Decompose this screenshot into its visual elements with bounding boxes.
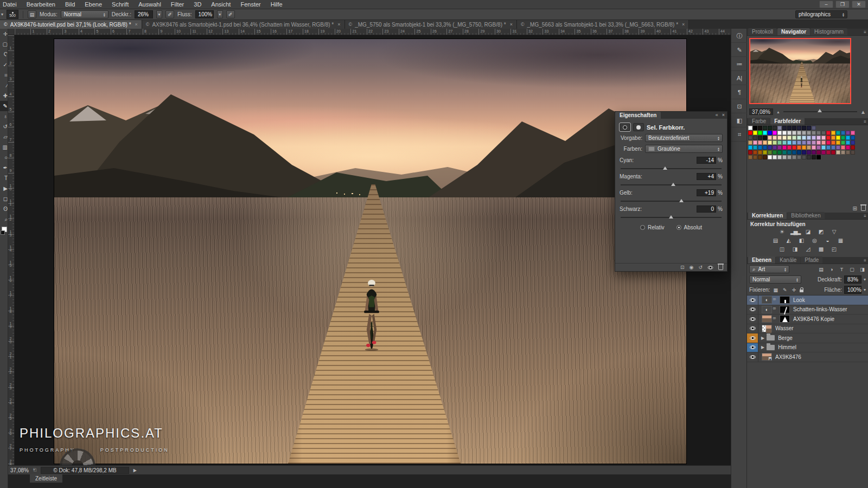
fill-dropdown-icon[interactable]: ▾ xyxy=(864,287,866,292)
layer-row-ax9k8476-kopie[interactable]: 8AX9K8476 Kopie xyxy=(747,314,868,324)
color-swatch[interactable] xyxy=(841,150,845,155)
radio-dot-icon[interactable] xyxy=(640,225,645,230)
color-swatch[interactable] xyxy=(851,136,855,140)
restore-button[interactable]: ❐ xyxy=(835,1,850,8)
layer-visibility-cell[interactable] xyxy=(747,324,758,333)
color-swatch[interactable] xyxy=(787,145,792,150)
color-swatch[interactable] xyxy=(753,140,757,145)
character-icon[interactable]: A| xyxy=(731,71,748,85)
panel-tab-korrekturen[interactable]: Korrekturen xyxy=(748,212,787,219)
toggle-brush-panel-icon[interactable]: ▤ xyxy=(28,10,36,18)
lock-pixels-icon[interactable]: ✎ xyxy=(781,287,788,293)
clone-stamp-tool[interactable]: ♁ xyxy=(0,111,8,121)
color-swatch[interactable] xyxy=(792,150,796,155)
panel-tab-protokoll[interactable]: Protokoll xyxy=(748,28,777,35)
visibility-eye-icon[interactable] xyxy=(750,298,756,302)
visibility-eye-icon[interactable] xyxy=(750,326,756,330)
vibrance-icon[interactable]: ▽ xyxy=(829,228,838,235)
layer-row-himmel[interactable]: ▶Himmel xyxy=(747,343,868,353)
info-icon[interactable]: ⓘ xyxy=(731,29,748,43)
link-mask-icon[interactable]: 8 xyxy=(772,298,777,302)
color-swatch[interactable] xyxy=(758,131,762,135)
color-swatch[interactable] xyxy=(777,126,782,130)
color-swatch[interactable] xyxy=(787,126,792,130)
delete-swatch-icon[interactable] xyxy=(861,206,866,211)
brush-settings-icon[interactable]: ✎ xyxy=(731,43,748,57)
exposure-icon[interactable]: ◩ xyxy=(816,228,825,235)
color-swatch[interactable] xyxy=(787,150,792,155)
view-previous-state-icon[interactable]: ◉ xyxy=(690,265,694,270)
zoom-out-icon[interactable]: ▲ xyxy=(776,110,780,114)
close-tab-icon[interactable]: × xyxy=(510,22,513,27)
color-swatch[interactable] xyxy=(812,140,816,145)
ruler-corner[interactable] xyxy=(8,29,15,35)
color-swatch[interactable] xyxy=(763,140,767,145)
color-swatch[interactable] xyxy=(758,155,762,159)
color-swatch[interactable] xyxy=(777,150,782,155)
color-swatch[interactable] xyxy=(816,140,821,145)
color-swatch[interactable] xyxy=(841,145,845,150)
color-swatch[interactable] xyxy=(821,140,826,145)
color-swatch[interactable] xyxy=(797,126,801,130)
color-swatch[interactable] xyxy=(807,145,811,150)
layer-visibility-cell[interactable] xyxy=(747,296,758,305)
color-swatch[interactable] xyxy=(831,145,835,150)
color-swatch[interactable] xyxy=(758,136,762,140)
menu-hilfe[interactable]: Hilfe xyxy=(266,0,288,9)
flow-value[interactable]: 100% xyxy=(195,10,214,18)
color-swatch[interactable] xyxy=(792,155,796,159)
color-swatch[interactable] xyxy=(792,140,796,145)
close-tab-icon[interactable]: × xyxy=(337,22,340,27)
ruler-left[interactable]: 1234567891011121314151617181920212223242… xyxy=(8,35,15,465)
link-mask-icon[interactable]: 8 xyxy=(772,317,777,321)
marquee-tool[interactable]: ▢ xyxy=(0,39,8,49)
layer-fill-value[interactable]: 100% xyxy=(844,286,861,294)
color-swatch[interactable] xyxy=(753,145,757,150)
color-swatch[interactable] xyxy=(802,136,806,140)
shape-tool[interactable]: ◻ xyxy=(0,194,8,204)
layer-row-look[interactable]: ◐8Look xyxy=(747,296,868,305)
color-swatch[interactable] xyxy=(826,140,831,145)
panel-tab-bibliotheken[interactable]: Bibliotheken xyxy=(787,212,824,219)
opacity-dropdown-icon[interactable]: ▾ xyxy=(864,277,866,282)
status-play-icon[interactable]: ▶ xyxy=(133,468,137,473)
slider-thumb[interactable] xyxy=(679,199,684,202)
color-swatch[interactable] xyxy=(753,126,757,130)
color-swatch[interactable] xyxy=(812,155,816,159)
document-tab[interactable]: ©AX9K8476 als Smartobjekt-1.psd bei 36,4… xyxy=(142,20,345,29)
color-swatch[interactable] xyxy=(802,140,806,145)
tool-presets-icon[interactable]: ≔ xyxy=(731,57,748,71)
color-swatch[interactable] xyxy=(763,131,767,135)
color-swatch[interactable] xyxy=(753,155,757,159)
layer-row-wasser[interactable]: Wasser xyxy=(747,324,868,334)
layer-mask-thumbnail[interactable] xyxy=(780,315,790,323)
color-swatch[interactable] xyxy=(821,150,826,155)
color-swatch[interactable] xyxy=(851,131,855,135)
tool-preset-picker[interactable]: ▾ xyxy=(1,12,3,17)
color-swatch[interactable] xyxy=(797,150,801,155)
color-swatch[interactable] xyxy=(816,136,821,140)
layer-row-schatten-links-wasser[interactable]: ◐8Schatten-links-Wasser xyxy=(747,305,868,315)
color-swatch[interactable] xyxy=(836,131,840,135)
slider-track[interactable] xyxy=(621,184,722,185)
color-swatch[interactable] xyxy=(802,131,806,135)
color-swatch[interactable] xyxy=(846,145,850,150)
glyphs-icon[interactable]: ⌗ xyxy=(731,127,748,142)
color-swatch[interactable] xyxy=(807,150,811,155)
color-swatch[interactable] xyxy=(807,131,811,135)
workspace-select[interactable]: philographics ▴▾ xyxy=(795,10,847,18)
panel-tab-navigator[interactable]: Navigator xyxy=(777,28,810,35)
lock-position-icon[interactable]: ✛ xyxy=(790,287,797,293)
slider-value-input[interactable]: 0 xyxy=(697,206,716,213)
background-color-chip[interactable] xyxy=(1,230,5,235)
navigator-zoom-value[interactable]: 37,08% xyxy=(749,108,773,115)
color-swatch[interactable] xyxy=(782,136,787,140)
color-swatch[interactable] xyxy=(807,140,811,145)
layer-thumbnail[interactable] xyxy=(762,325,772,332)
color-swatch[interactable] xyxy=(802,126,806,130)
slider-thumb[interactable] xyxy=(818,109,822,112)
color-swatch[interactable] xyxy=(841,140,845,145)
color-swatch[interactable] xyxy=(841,131,845,135)
color-swatch[interactable] xyxy=(777,136,782,140)
hue-saturation-icon[interactable]: ▤ xyxy=(771,237,779,244)
